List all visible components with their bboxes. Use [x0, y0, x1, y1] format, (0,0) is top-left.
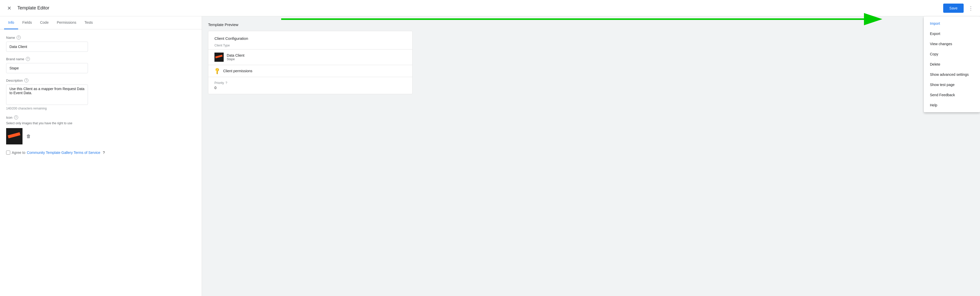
icon-svg [6, 128, 22, 144]
tab-code[interactable]: Code [36, 16, 52, 29]
name-input[interactable] [6, 41, 88, 52]
priority-value: 0 [215, 86, 406, 90]
tab-info[interactable]: Info [4, 16, 18, 29]
menu-item-export[interactable]: Export [924, 28, 980, 39]
close-button[interactable]: ✕ [4, 3, 14, 13]
preview-title: Template Preview [208, 22, 974, 27]
main-layout: Info Fields Code Permissions Tests Name … [0, 16, 980, 296]
brand-help-icon[interactable]: ? [26, 57, 30, 61]
tab-permissions[interactable]: Permissions [52, 16, 80, 29]
client-brand: Stape [227, 57, 244, 61]
name-help-icon[interactable]: ? [17, 35, 21, 40]
save-button[interactable]: Save [943, 3, 964, 13]
client-info: Data Client Stape [227, 53, 244, 61]
description-field-group: Description ? Use this Client as a mappe… [6, 78, 196, 110]
preview-card: Client Configuration Client Type Data Cl… [208, 31, 412, 94]
tab-bar: Info Fields Code Permissions Tests [0, 16, 202, 29]
tos-prefix-text: Agree to [12, 150, 25, 155]
tos-help-icon[interactable]: ? [103, 150, 105, 155]
description-input[interactable]: Use this Client as a mapper from Request… [6, 84, 88, 105]
icon-label: Icon ? [6, 116, 196, 119]
menu-item-view-changes[interactable]: View changes [924, 39, 980, 49]
menu-item-help[interactable]: Help [924, 100, 980, 110]
menu-item-show-test[interactable]: Show test page [924, 80, 980, 90]
left-panel: Info Fields Code Permissions Tests Name … [0, 16, 202, 296]
topbar-actions: Save ⋮ [943, 3, 976, 13]
menu-item-show-advanced[interactable]: Show advanced settings [924, 70, 980, 80]
delete-icon-button[interactable]: 🗑 [25, 132, 33, 140]
priority-help-icon[interactable]: ? [226, 81, 227, 85]
app-title: Template Editor [18, 5, 49, 11]
tos-row: Agree to Community Template Gallery Term… [6, 150, 196, 155]
client-row: Data Client Stape [208, 49, 412, 65]
topbar: ✕ Template Editor Save ⋮ [0, 0, 980, 16]
more-icon: ⋮ [968, 5, 974, 11]
description-label: Description ? [6, 78, 196, 82]
topbar-left: ✕ Template Editor [4, 3, 943, 13]
permissions-label: Client permissions [223, 69, 252, 73]
client-icon-preview [215, 52, 224, 62]
icon-help-icon[interactable]: ? [14, 116, 18, 119]
priority-section: Priority ? 0 [208, 77, 412, 94]
preview-card-header: Client Configuration [208, 31, 412, 44]
char-count: 140/200 characters remaining [6, 107, 196, 110]
tos-checkbox[interactable] [6, 150, 10, 155]
permissions-row: 🔑 Client permissions [208, 65, 412, 77]
menu-item-import[interactable]: Import [924, 18, 980, 28]
client-name: Data Client [227, 53, 244, 57]
menu-item-copy[interactable]: Copy [924, 49, 980, 59]
icon-preview-area: 🗑 [6, 128, 196, 144]
dropdown-menu: Import Export View changes Copy Delete S… [924, 16, 980, 112]
trash-icon: 🗑 [26, 134, 31, 139]
client-icon-svg [215, 52, 224, 62]
close-icon: ✕ [7, 5, 11, 11]
menu-item-delete[interactable]: Delete [924, 59, 980, 70]
more-options-button[interactable]: ⋮ [966, 3, 976, 13]
tos-link[interactable]: Community Template Gallery Terms of Serv… [27, 150, 100, 155]
right-panel: Template Preview Client Configuration Cl… [202, 16, 980, 296]
priority-label: Priority ? [215, 81, 406, 85]
tab-tests[interactable]: Tests [80, 16, 97, 29]
description-help-icon[interactable]: ? [24, 78, 29, 82]
key-icon: 🔑 [213, 67, 221, 75]
name-field-group: Name ? [6, 35, 196, 52]
client-type-label: Client Type [208, 44, 412, 49]
brand-field-group: Brand name ? [6, 57, 196, 73]
icon-helper-text: Select only images that you have the rig… [6, 122, 196, 125]
menu-item-send-feedback[interactable]: Send Feedback [924, 90, 980, 100]
icon-field-group: Icon ? Select only images that you have … [6, 116, 196, 144]
tab-fields[interactable]: Fields [18, 16, 36, 29]
name-label: Name ? [6, 35, 196, 40]
form-content: Name ? Brand name ? Description ? U [0, 29, 202, 296]
icon-preview [6, 128, 22, 144]
brand-input[interactable] [6, 63, 88, 73]
brand-label: Brand name ? [6, 57, 196, 61]
